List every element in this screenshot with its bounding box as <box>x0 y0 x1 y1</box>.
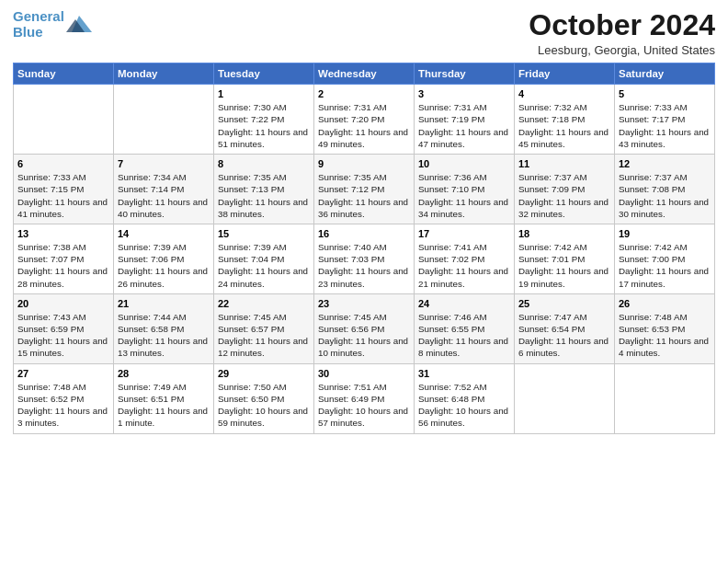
day-number: 26 <box>619 298 711 309</box>
day-info: Sunrise: 7:48 AM Sunset: 6:53 PM Dayligh… <box>619 311 711 360</box>
day-cell: 30Sunrise: 7:51 AM Sunset: 6:49 PM Dayli… <box>314 363 415 433</box>
day-cell: 16Sunrise: 7:40 AM Sunset: 7:03 PM Dayli… <box>314 224 415 293</box>
day-number: 27 <box>17 368 109 379</box>
day-number: 28 <box>118 368 210 379</box>
day-cell: 10Sunrise: 7:36 AM Sunset: 7:10 PM Dayli… <box>415 155 515 224</box>
month-title: October 2024 <box>529 9 715 41</box>
day-info: Sunrise: 7:31 AM Sunset: 7:20 PM Dayligh… <box>318 101 410 150</box>
day-cell: 2Sunrise: 7:31 AM Sunset: 7:20 PM Daylig… <box>314 85 415 155</box>
day-info: Sunrise: 7:35 AM Sunset: 7:12 PM Dayligh… <box>318 171 410 220</box>
day-cell: 17Sunrise: 7:41 AM Sunset: 7:02 PM Dayli… <box>415 224 515 293</box>
day-info: Sunrise: 7:31 AM Sunset: 7:19 PM Dayligh… <box>418 101 510 150</box>
day-info: Sunrise: 7:46 AM Sunset: 6:55 PM Dayligh… <box>418 311 510 360</box>
day-number: 24 <box>418 298 510 309</box>
day-cell <box>515 363 615 433</box>
day-number: 14 <box>118 228 210 239</box>
day-info: Sunrise: 7:33 AM Sunset: 7:15 PM Dayligh… <box>17 171 109 220</box>
day-info: Sunrise: 7:41 AM Sunset: 7:02 PM Dayligh… <box>418 241 510 290</box>
day-number: 10 <box>418 158 510 169</box>
day-info: Sunrise: 7:50 AM Sunset: 6:50 PM Dayligh… <box>218 381 310 430</box>
day-info: Sunrise: 7:36 AM Sunset: 7:10 PM Dayligh… <box>418 171 510 220</box>
day-info: Sunrise: 7:42 AM Sunset: 7:01 PM Dayligh… <box>518 241 610 290</box>
day-number: 3 <box>418 88 510 99</box>
day-cell: 25Sunrise: 7:47 AM Sunset: 6:54 PM Dayli… <box>515 293 615 363</box>
day-number: 4 <box>518 88 610 99</box>
day-number: 1 <box>218 88 310 99</box>
header: General Blue October 2024 Leesburg, Geor… <box>13 9 715 57</box>
day-number: 29 <box>218 368 310 379</box>
day-cell: 15Sunrise: 7:39 AM Sunset: 7:04 PM Dayli… <box>214 224 314 293</box>
day-cell: 8Sunrise: 7:35 AM Sunset: 7:13 PM Daylig… <box>214 155 314 224</box>
day-number: 21 <box>118 298 210 309</box>
day-number: 12 <box>619 158 711 169</box>
day-info: Sunrise: 7:48 AM Sunset: 6:52 PM Dayligh… <box>17 381 109 430</box>
day-cell: 31Sunrise: 7:52 AM Sunset: 6:48 PM Dayli… <box>415 363 515 433</box>
day-cell: 12Sunrise: 7:37 AM Sunset: 7:08 PM Dayli… <box>615 155 715 224</box>
day-cell: 26Sunrise: 7:48 AM Sunset: 6:53 PM Dayli… <box>615 293 715 363</box>
weekday-monday: Monday <box>114 63 214 85</box>
day-info: Sunrise: 7:51 AM Sunset: 6:49 PM Dayligh… <box>318 381 410 430</box>
day-number: 17 <box>418 228 510 239</box>
day-info: Sunrise: 7:45 AM Sunset: 6:57 PM Dayligh… <box>218 311 310 360</box>
day-number: 18 <box>518 228 610 239</box>
day-info: Sunrise: 7:39 AM Sunset: 7:04 PM Dayligh… <box>218 241 310 290</box>
day-info: Sunrise: 7:43 AM Sunset: 6:59 PM Dayligh… <box>17 311 109 360</box>
day-number: 2 <box>318 88 410 99</box>
day-cell: 4Sunrise: 7:32 AM Sunset: 7:18 PM Daylig… <box>515 85 615 155</box>
day-number: 31 <box>418 368 510 379</box>
weekday-thursday: Thursday <box>415 63 515 85</box>
day-cell <box>615 363 715 433</box>
page: General Blue October 2024 Leesburg, Geor… <box>0 0 728 563</box>
weekday-saturday: Saturday <box>615 63 715 85</box>
weekday-header-row: SundayMondayTuesdayWednesdayThursdayFrid… <box>14 63 715 85</box>
day-info: Sunrise: 7:30 AM Sunset: 7:22 PM Dayligh… <box>218 101 310 150</box>
day-cell: 7Sunrise: 7:34 AM Sunset: 7:14 PM Daylig… <box>114 155 214 224</box>
day-number: 5 <box>619 88 711 99</box>
day-number: 8 <box>218 158 310 169</box>
day-info: Sunrise: 7:38 AM Sunset: 7:07 PM Dayligh… <box>17 241 109 290</box>
day-info: Sunrise: 7:44 AM Sunset: 6:58 PM Dayligh… <box>118 311 210 360</box>
day-number: 23 <box>318 298 410 309</box>
day-cell: 14Sunrise: 7:39 AM Sunset: 7:06 PM Dayli… <box>114 224 214 293</box>
day-cell: 24Sunrise: 7:46 AM Sunset: 6:55 PM Dayli… <box>415 293 515 363</box>
weekday-tuesday: Tuesday <box>214 63 314 85</box>
day-info: Sunrise: 7:32 AM Sunset: 7:18 PM Dayligh… <box>518 101 610 150</box>
day-info: Sunrise: 7:34 AM Sunset: 7:14 PM Dayligh… <box>118 171 210 220</box>
week-row-5: 27Sunrise: 7:48 AM Sunset: 6:52 PM Dayli… <box>14 363 715 433</box>
week-row-2: 6Sunrise: 7:33 AM Sunset: 7:15 PM Daylig… <box>14 155 715 224</box>
day-cell: 18Sunrise: 7:42 AM Sunset: 7:01 PM Dayli… <box>515 224 615 293</box>
day-info: Sunrise: 7:47 AM Sunset: 6:54 PM Dayligh… <box>518 311 610 360</box>
logo: General Blue <box>13 9 92 40</box>
day-cell: 9Sunrise: 7:35 AM Sunset: 7:12 PM Daylig… <box>314 155 415 224</box>
day-cell: 23Sunrise: 7:45 AM Sunset: 6:56 PM Dayli… <box>314 293 415 363</box>
day-info: Sunrise: 7:35 AM Sunset: 7:13 PM Dayligh… <box>218 171 310 220</box>
week-row-3: 13Sunrise: 7:38 AM Sunset: 7:07 PM Dayli… <box>14 224 715 293</box>
week-row-4: 20Sunrise: 7:43 AM Sunset: 6:59 PM Dayli… <box>14 293 715 363</box>
calendar: SundayMondayTuesdayWednesdayThursdayFrid… <box>13 63 715 433</box>
logo-general: General <box>13 8 64 24</box>
day-info: Sunrise: 7:49 AM Sunset: 6:51 PM Dayligh… <box>118 381 210 430</box>
day-cell: 21Sunrise: 7:44 AM Sunset: 6:58 PM Dayli… <box>114 293 214 363</box>
day-number: 6 <box>17 158 109 169</box>
day-number: 13 <box>17 228 109 239</box>
day-info: Sunrise: 7:39 AM Sunset: 7:06 PM Dayligh… <box>118 241 210 290</box>
day-cell: 22Sunrise: 7:45 AM Sunset: 6:57 PM Dayli… <box>214 293 314 363</box>
day-cell: 29Sunrise: 7:50 AM Sunset: 6:50 PM Dayli… <box>214 363 314 433</box>
day-cell: 13Sunrise: 7:38 AM Sunset: 7:07 PM Dayli… <box>14 224 114 293</box>
logo-icon <box>66 12 92 38</box>
day-number: 20 <box>17 298 109 309</box>
day-cell <box>14 85 114 155</box>
day-number: 25 <box>518 298 610 309</box>
day-cell: 19Sunrise: 7:42 AM Sunset: 7:00 PM Dayli… <box>615 224 715 293</box>
day-cell: 1Sunrise: 7:30 AM Sunset: 7:22 PM Daylig… <box>214 85 314 155</box>
location: Leesburg, Georgia, United States <box>529 43 715 57</box>
day-info: Sunrise: 7:40 AM Sunset: 7:03 PM Dayligh… <box>318 241 410 290</box>
day-number: 22 <box>218 298 310 309</box>
day-cell: 3Sunrise: 7:31 AM Sunset: 7:19 PM Daylig… <box>415 85 515 155</box>
day-number: 7 <box>118 158 210 169</box>
weekday-wednesday: Wednesday <box>314 63 415 85</box>
day-info: Sunrise: 7:33 AM Sunset: 7:17 PM Dayligh… <box>619 101 711 150</box>
day-cell: 5Sunrise: 7:33 AM Sunset: 7:17 PM Daylig… <box>615 85 715 155</box>
day-info: Sunrise: 7:37 AM Sunset: 7:09 PM Dayligh… <box>518 171 610 220</box>
day-cell: 20Sunrise: 7:43 AM Sunset: 6:59 PM Dayli… <box>14 293 114 363</box>
